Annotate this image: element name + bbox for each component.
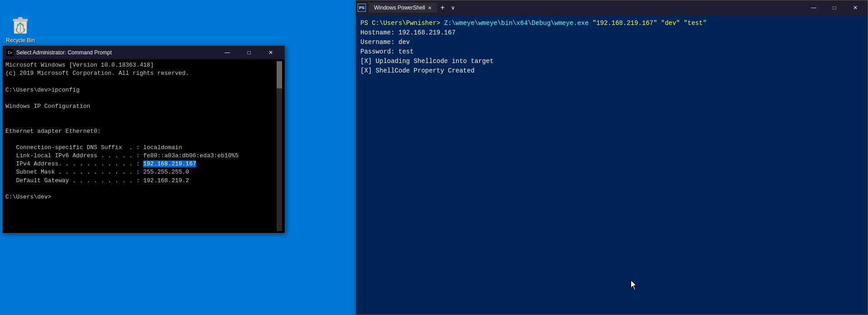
ps-tab-dropdown-arrow[interactable]: ∨ [448, 5, 458, 11]
ps-window: PS Windows PowerShell ✕ + ∨ — □ ✕ PS C:\… [355, 0, 868, 315]
ps-add-tab-button[interactable]: + [437, 4, 448, 12]
cmd-minimize-button[interactable]: — [217, 46, 238, 59]
cmd-scrollbar-thumb [277, 61, 282, 88]
svg-rect-2 [18, 17, 23, 19]
cmd-line-1: Microsoft Windows [Version 10.0.18363.41… [5, 62, 239, 200]
cmd-window-controls: — □ ✕ [217, 46, 281, 59]
cmd-icon: C> [6, 49, 14, 56]
cmd-scrollbar[interactable] [277, 61, 282, 231]
ps-output-username: Username: dev [360, 39, 410, 46]
ps-output-hostname: Hostname: 192.168.219.167 [360, 29, 456, 36]
cmd-window: C> Select Administrator: Command Prompt … [2, 45, 285, 233]
ps-tab-close[interactable]: ✕ [428, 5, 432, 10]
cmd-body: Microsoft Windows [Version 10.0.18363.41… [3, 59, 285, 233]
cmd-content: Microsoft Windows [Version 10.0.18363.41… [5, 61, 277, 231]
recycle-bin-label: Recycle Bin [6, 37, 34, 44]
ps-tab[interactable]: Windows PowerShell ✕ [369, 3, 437, 13]
cmd-titlebar: C> Select Administrator: Command Prompt … [3, 46, 285, 59]
ps-output-upload: [X] Uploading Shellcode into target [360, 58, 494, 65]
ps-titlebar: PS Windows PowerShell ✕ + ∨ — □ ✕ [356, 0, 868, 15]
cmd-title: Select Administrator: Command Prompt [16, 49, 217, 56]
cmd-close-button[interactable]: ✕ [260, 46, 281, 59]
recycle-bin-icon[interactable]: Recycle Bin [2, 14, 38, 44]
ps-close-button[interactable]: ✕ [845, 1, 866, 15]
ps-prompt: PS C:\Users\Pwnisher> [360, 19, 444, 27]
ps-minimize-button[interactable]: — [803, 1, 824, 15]
cmd-maximize-button[interactable]: □ [239, 46, 259, 59]
ps-maximize-button[interactable]: □ [824, 1, 845, 15]
ps-command: Z:\wmeye\wmeye\bin\x64\Debug\wmeye.exe [444, 19, 593, 27]
ps-tab-label: Windows PowerShell [374, 5, 425, 11]
ipv4-highlight: 192.168.219.167 [143, 160, 196, 167]
recycle-bin-svg [10, 14, 31, 35]
desktop: Recycle Bin C> Select Administrator: Com… [0, 0, 868, 315]
ps-body: PS C:\Users\Pwnisher> Z:\wmeye\wmeye\bin… [356, 15, 868, 315]
ps-output-password: Password: test [360, 48, 414, 55]
ps-icon: PS [358, 4, 366, 12]
ps-args: "192.168.219.167" "dev" "test" [593, 19, 707, 27]
ps-output-shellcode: [X] ShellCode Property Created [360, 67, 475, 74]
